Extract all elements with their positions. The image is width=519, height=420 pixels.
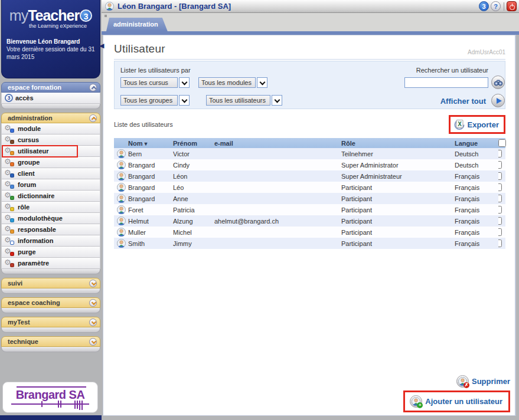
titlebar-divider: [504, 2, 504, 11]
row-checkbox[interactable]: [498, 172, 502, 180]
binoculars-icon: [494, 78, 503, 87]
sidebar-item-purge[interactable]: purge: [1, 247, 100, 258]
sidebar-section-mytest[interactable]: myTest: [1, 317, 100, 327]
export-button[interactable]: Exporter: [449, 115, 505, 134]
sidebar-item-forum[interactable]: forum: [1, 179, 100, 191]
welcome-user: Bienvenue Léon Brangard: [6, 38, 95, 45]
company-logo-text: Brangard SA: [16, 389, 85, 401]
tab-administration[interactable]: administration: [106, 18, 168, 31]
table-row[interactable]: Muller Michel Participant Français: [114, 227, 505, 238]
role-key-icon: [4, 202, 15, 212]
table-row[interactable]: Bern Victor Teilnehmer Deutsch: [114, 148, 505, 159]
app-window: myTeacher3 the Learning eXperience Bienv…: [0, 0, 519, 420]
sidebar-item-role[interactable]: rôle: [1, 202, 100, 213]
row-checkbox[interactable]: [498, 161, 502, 169]
section-footer: [1, 308, 100, 313]
sidebar-item-groupe[interactable]: groupe: [1, 157, 100, 168]
help-icon[interactable]: ?: [491, 1, 501, 11]
section-footer: [1, 269, 100, 274]
dictionary-icon: [4, 191, 15, 201]
row-checkbox[interactable]: [498, 239, 502, 247]
row-checkbox[interactable]: [498, 195, 502, 202]
row-checkbox[interactable]: [498, 217, 502, 225]
row-checkbox[interactable]: [498, 150, 502, 158]
chevron-down-icon[interactable]: [179, 95, 190, 106]
green-plus-badge: +: [417, 402, 423, 408]
show-all-link[interactable]: Afficher tout: [440, 97, 486, 106]
sidebar-item-parametre[interactable]: paramètre: [1, 258, 100, 269]
table-row[interactable]: Brangard Léo Participant Français: [114, 182, 505, 193]
section-footer: [1, 327, 100, 333]
select-all-checkbox[interactable]: [498, 139, 506, 147]
sidebar-footer-bar: [0, 415, 102, 420]
excel-export-icon: [453, 119, 465, 130]
user-avatar-icon: [117, 205, 126, 214]
logo-my: my: [9, 7, 28, 24]
search-user-input[interactable]: [404, 77, 488, 88]
delete-user-button[interactable]: ✗ Supprimer: [456, 375, 510, 388]
chevron-down-icon[interactable]: [89, 319, 97, 326]
chevron-down-icon[interactable]: [272, 95, 282, 106]
sidebar-item-information[interactable]: information: [1, 235, 100, 247]
filter-label: Lister les utilisateurs par: [120, 67, 191, 74]
last-session-text: Votre dernière session date du 31 mars 2…: [6, 46, 95, 61]
dropdown-cursus[interactable]: Tous les cursus: [120, 77, 190, 88]
sidebar-section-administration[interactable]: administration: [1, 113, 100, 123]
sidebar-item-modulotheque[interactable]: modulothèque: [1, 213, 100, 224]
search-binoculars-button[interactable]: [491, 76, 505, 89]
access-3-icon: 3: [5, 94, 13, 102]
sidebar-item-utilisateur[interactable]: utilisateur: [1, 146, 100, 157]
logo-teacher: Teacher: [28, 7, 79, 24]
chevron-down-icon[interactable]: [257, 77, 267, 88]
chevron-down-icon[interactable]: [179, 77, 190, 88]
brand-panel: myTeacher3 the Learning eXperience Bienv…: [1, 0, 100, 78]
main-area: Léon Brangard - [Brangard SA] 3 ? admini…: [102, 0, 519, 420]
dropdown-modules[interactable]: Tous les modules: [198, 77, 267, 88]
dropdown-groupes[interactable]: Tous les groupes: [120, 95, 190, 106]
table-row[interactable]: Helmut Alzung ahelmut@brangard.ch Partic…: [114, 215, 505, 227]
sidebar-item-dictionnaire[interactable]: dictionnaire: [1, 191, 100, 202]
company-logo: Brangard SA: [2, 382, 98, 413]
sidebar-section-technique[interactable]: technique: [1, 336, 100, 347]
column-role[interactable]: Rôle: [341, 140, 455, 147]
sidebar: myTeacher3 the Learning eXperience Bienv…: [0, 0, 102, 420]
chevron-down-icon[interactable]: [89, 338, 97, 346]
column-langue[interactable]: Langue: [455, 140, 498, 147]
table-row[interactable]: Brangard Cindy Super Administrator Deuts…: [114, 159, 505, 170]
module-icon: [4, 124, 15, 133]
chevron-down-icon[interactable]: [89, 280, 97, 287]
user-avatar-icon: [117, 228, 126, 237]
power-logout-icon[interactable]: [507, 1, 517, 11]
user-avatar-icon: [117, 216, 126, 225]
chevron-up-icon[interactable]: [89, 114, 97, 122]
chevron-down-icon[interactable]: [89, 299, 97, 307]
add-user-button[interactable]: + Ajouter un utilisateur: [403, 391, 510, 412]
version-3-icon[interactable]: 3: [479, 1, 489, 11]
sidebar-item-responsable[interactable]: responsable: [1, 224, 100, 235]
dropdown-utilisateurs[interactable]: Tous les utilisateurs: [206, 95, 282, 106]
column-email[interactable]: e-mail: [214, 140, 341, 147]
sidebar-item-cursus[interactable]: cursus: [1, 134, 100, 146]
column-nom[interactable]: Nom▼: [128, 140, 173, 147]
sidebar-section-espace-coaching[interactable]: espace coaching: [1, 297, 100, 308]
show-all-button[interactable]: [491, 94, 505, 107]
sidebar-section-espace-formation[interactable]: espace formation: [1, 82, 100, 93]
table-row[interactable]: Brangard Léon Super Administrateur Franç…: [114, 170, 505, 182]
sidebar-section-suivi[interactable]: suivi: [1, 278, 100, 288]
add-user-icon: +: [410, 395, 422, 408]
table-row[interactable]: Brangard Anne Participant Français: [114, 193, 505, 204]
row-checkbox[interactable]: [498, 183, 502, 191]
sort-desc-icon: ▼: [143, 141, 148, 147]
page-title: Utilisateur: [114, 42, 468, 55]
column-prenom[interactable]: Prénom: [173, 140, 214, 147]
table-row[interactable]: Smith Jimmy Participant Français: [114, 238, 505, 249]
row-checkbox[interactable]: [498, 228, 502, 236]
chevron-up-icon[interactable]: [89, 84, 97, 91]
sidebar-item-module[interactable]: module: [1, 123, 100, 134]
sidebar-item-acces[interactable]: 3 accès: [1, 93, 100, 104]
delete-user-icon: ✗: [456, 375, 469, 388]
section-footer: [1, 288, 100, 294]
row-checkbox[interactable]: [498, 206, 502, 214]
sidebar-item-client[interactable]: client: [1, 168, 100, 179]
table-row[interactable]: Foret Patricia Participant Français: [114, 204, 505, 215]
